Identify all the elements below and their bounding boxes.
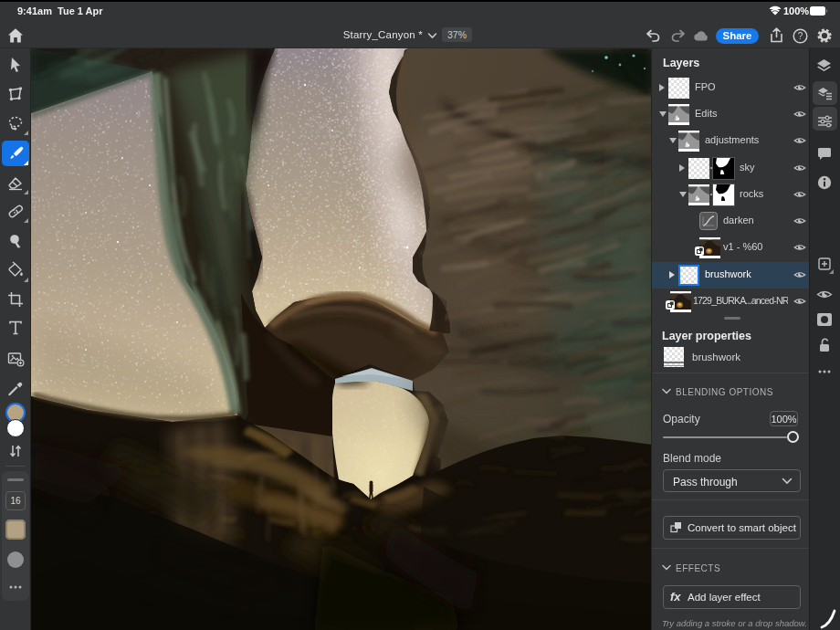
svg-text:?: ? bbox=[798, 31, 803, 41]
